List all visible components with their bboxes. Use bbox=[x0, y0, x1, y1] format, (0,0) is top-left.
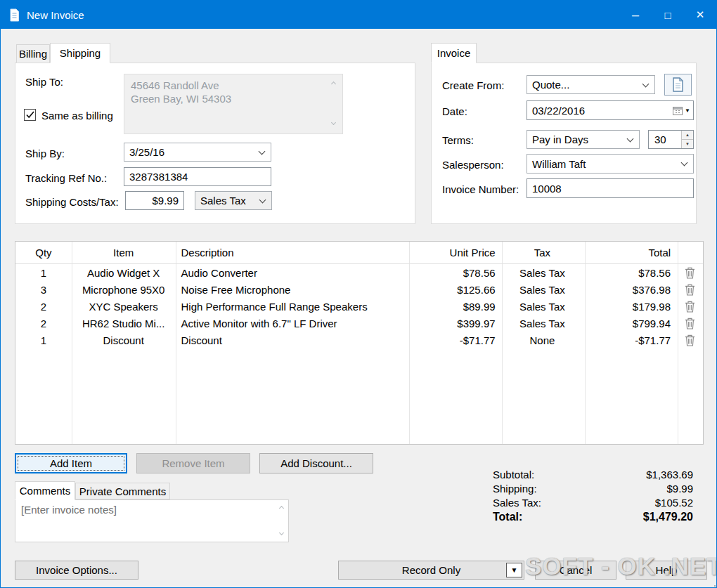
col-header-unit-price: Unit Price bbox=[408, 247, 501, 259]
chevron-down-icon bbox=[627, 135, 634, 142]
trash-icon bbox=[685, 267, 695, 279]
tab-comments[interactable]: Comments bbox=[15, 481, 75, 500]
delete-row-button[interactable] bbox=[676, 267, 703, 279]
table-header: Qty Item Description Unit Price Tax Tota… bbox=[15, 242, 703, 264]
total-label: Total: bbox=[493, 511, 522, 523]
calendar-icon bbox=[673, 106, 683, 115]
total-value: $1,479.20 bbox=[643, 511, 693, 523]
subtotal-value: $1,363.69 bbox=[646, 469, 693, 481]
tab-private-comments[interactable]: Private Comments bbox=[75, 483, 170, 499]
same-as-billing-checkbox[interactable] bbox=[24, 109, 36, 121]
help-button[interactable]: Help bbox=[626, 561, 707, 580]
same-as-billing-label: Same as billing bbox=[41, 110, 113, 122]
shipping-tax-combobox[interactable]: Sales Tax bbox=[195, 191, 272, 210]
sales-tax-label: Sales Tax: bbox=[493, 497, 541, 509]
col-header-item: Item bbox=[72, 247, 176, 259]
delete-row-button[interactable] bbox=[676, 301, 703, 313]
minimize-button[interactable]: – bbox=[619, 1, 652, 29]
tracking-ref-label: Tracking Ref No.: bbox=[25, 172, 107, 184]
scroll-down-icon[interactable] bbox=[328, 119, 338, 129]
delete-row-button[interactable] bbox=[676, 318, 703, 329]
terms-label: Terms: bbox=[442, 134, 474, 146]
record-only-button[interactable]: Record Only ▼ bbox=[338, 561, 524, 580]
add-item-button[interactable]: Add Item bbox=[15, 453, 127, 473]
scroll-up-icon[interactable] bbox=[328, 78, 338, 88]
trash-icon bbox=[685, 301, 695, 313]
resize-grip[interactable] bbox=[711, 582, 713, 584]
scroll-down-icon[interactable] bbox=[276, 529, 286, 539]
new-invoice-window: New Invoice – □ ✕ Billing Shipping Ship … bbox=[0, 0, 717, 588]
titlebar[interactable]: New Invoice – □ ✕ bbox=[1, 1, 716, 29]
sales-tax-row: Sales Tax: $105.52 bbox=[493, 497, 693, 509]
dropdown-arrow-icon: ▼ bbox=[511, 566, 518, 574]
shipping-cost-input[interactable] bbox=[125, 191, 184, 210]
invoice-number-label: Invoice Number: bbox=[442, 183, 519, 195]
new-document-icon bbox=[672, 77, 684, 92]
ship-to-label: Ship To: bbox=[25, 76, 63, 88]
checkmark-icon bbox=[26, 111, 34, 119]
salesperson-label: Salesperson: bbox=[442, 159, 504, 171]
delete-row-button[interactable] bbox=[676, 284, 703, 296]
col-header-description: Description bbox=[176, 247, 408, 259]
window-title: New Invoice bbox=[27, 9, 84, 21]
terms-days-stepper[interactable]: 30 ▲ ▼ bbox=[648, 130, 694, 149]
shipping-label: Shipping: bbox=[493, 483, 537, 495]
ship-by-combobox[interactable]: 3/25/16 bbox=[124, 143, 271, 162]
invoice-notes-input[interactable] bbox=[15, 499, 289, 542]
ship-to-address-field[interactable]: 45646 Randoll Ave Green Bay, WI 54303 bbox=[124, 74, 343, 134]
trash-icon bbox=[685, 284, 695, 296]
shipping-value: $9.99 bbox=[666, 483, 693, 495]
chevron-down-icon bbox=[259, 196, 266, 203]
cancel-button[interactable]: Cancel bbox=[535, 561, 616, 580]
table-row[interactable]: 3 Microphone 95X0 Noise Free Microphone … bbox=[15, 281, 703, 298]
tab-invoice[interactable]: Invoice bbox=[431, 43, 477, 63]
document-icon bbox=[9, 8, 20, 22]
table-row[interactable]: 1 Discount Discount -$71.77 None -$71.77 bbox=[15, 332, 703, 348]
sales-tax-value: $105.52 bbox=[655, 497, 693, 509]
tracking-ref-input[interactable] bbox=[124, 167, 271, 186]
table-row[interactable]: 2 XYC Speakers High Performance Full Ran… bbox=[15, 298, 703, 315]
ship-by-label: Ship By: bbox=[25, 148, 65, 159]
scroll-up-icon[interactable] bbox=[276, 502, 286, 512]
chevron-down-icon bbox=[681, 159, 688, 166]
remove-item-button: Remove Item bbox=[136, 453, 250, 473]
maximize-button[interactable]: □ bbox=[652, 1, 684, 29]
spin-up-button[interactable]: ▲ bbox=[682, 131, 693, 140]
trash-icon bbox=[685, 318, 695, 329]
shipping-row: Shipping: $9.99 bbox=[493, 483, 693, 495]
invoice-number-input[interactable] bbox=[527, 178, 694, 198]
chevron-down-icon: ▼ bbox=[685, 107, 690, 114]
date-label: Date: bbox=[442, 105, 467, 117]
total-row: Total: $1,479.20 bbox=[493, 511, 693, 523]
close-button[interactable]: ✕ bbox=[684, 1, 716, 29]
shipping-costs-label: Shipping Costs/Tax: bbox=[25, 196, 119, 208]
salesperson-combobox[interactable]: William Taft bbox=[527, 154, 694, 174]
date-input[interactable]: ▼ bbox=[527, 100, 694, 120]
subtotal-row: Subtotal: $1,363.69 bbox=[493, 469, 693, 481]
table-row[interactable]: 2 HR62 Studio Mi... Active Monitor with … bbox=[15, 315, 703, 332]
line-items-table: Qty Item Description Unit Price Tax Tota… bbox=[15, 241, 704, 445]
create-from-combobox[interactable]: Quote... bbox=[527, 75, 655, 94]
date-picker-button[interactable]: ▼ bbox=[673, 106, 690, 115]
col-header-total: Total bbox=[583, 247, 676, 259]
add-discount-button[interactable]: Add Discount... bbox=[259, 453, 373, 473]
terms-combobox[interactable]: Pay in Days bbox=[527, 130, 640, 149]
delete-row-button[interactable] bbox=[676, 334, 703, 346]
caption-buttons: – □ ✕ bbox=[619, 1, 716, 29]
chevron-down-icon bbox=[642, 80, 650, 87]
invoice-options-button[interactable]: Invoice Options... bbox=[15, 561, 138, 580]
create-from-document-button[interactable] bbox=[664, 74, 692, 96]
tab-shipping[interactable]: Shipping bbox=[50, 43, 110, 63]
tab-billing[interactable]: Billing bbox=[16, 44, 50, 63]
chevron-down-icon bbox=[259, 148, 266, 155]
record-only-dropdown-button[interactable]: ▼ bbox=[506, 563, 522, 577]
create-from-label: Create From: bbox=[442, 79, 504, 91]
subtotal-label: Subtotal: bbox=[493, 469, 534, 481]
col-header-qty: Qty bbox=[15, 247, 72, 259]
spin-down-button[interactable]: ▼ bbox=[682, 140, 693, 148]
table-row[interactable]: 1 Audio Widget X Audio Converter $78.56 … bbox=[15, 264, 703, 281]
col-header-tax: Tax bbox=[501, 247, 584, 259]
trash-icon bbox=[685, 334, 695, 346]
